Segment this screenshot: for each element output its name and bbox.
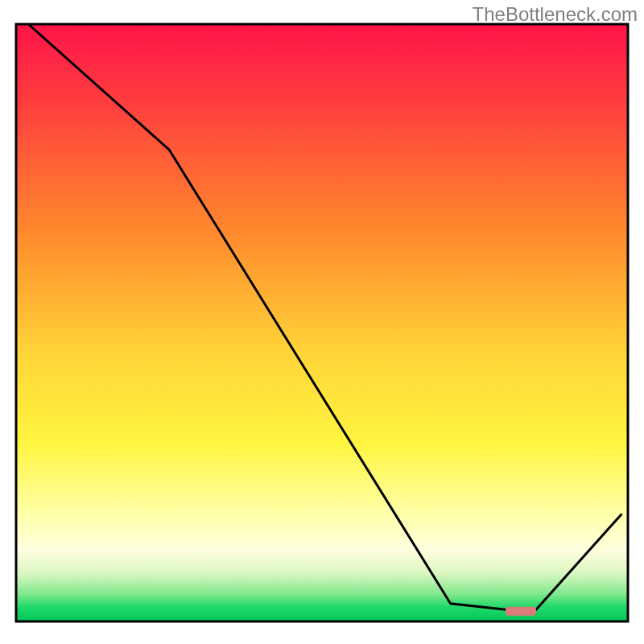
chart-svg (0, 0, 644, 644)
bottleneck-chart: TheBottleneck.com (0, 0, 644, 644)
watermark-label: TheBottleneck.com (473, 3, 638, 26)
plot-background (16, 24, 628, 621)
optimal-marker (506, 607, 536, 616)
